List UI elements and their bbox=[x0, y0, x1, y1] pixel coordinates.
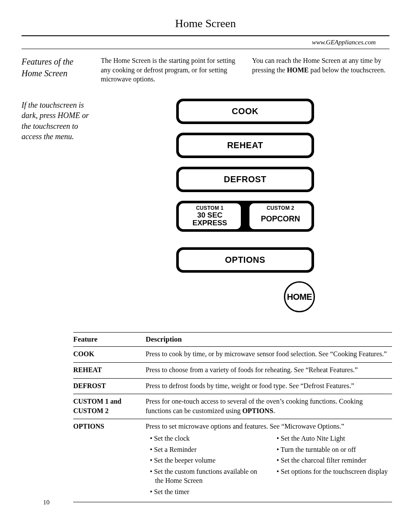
list-item: Set the beeper volume bbox=[146, 456, 262, 465]
list-item: Set the timer bbox=[146, 487, 262, 497]
list-item: Turn the turntable on or off bbox=[272, 445, 389, 454]
list-item: Set the custom functions available on th… bbox=[146, 467, 262, 485]
custom1-button[interactable]: CUSTOM 1 30 SEC EXPRESS bbox=[177, 202, 242, 231]
reheat-button[interactable]: REHEAT bbox=[176, 133, 314, 158]
touchscreen-illustration: COOK REHEAT DEFROST CUSTOM 1 30 SEC EXPR… bbox=[176, 99, 314, 313]
options-button[interactable]: OPTIONS bbox=[176, 247, 314, 273]
cook-button[interactable]: COOK bbox=[176, 99, 314, 124]
page-title: Home Screen bbox=[22, 17, 389, 33]
table-row: REHEAT Press to choose from a variety of… bbox=[73, 363, 392, 379]
brand-url: www.GEAppliances.com bbox=[22, 39, 376, 46]
list-item: Set the clock bbox=[146, 434, 262, 443]
list-item: Set the charcoal filter reminder bbox=[272, 456, 389, 465]
section-heading: Features of the Home Screen bbox=[22, 56, 90, 79]
list-item: Set options for the touchscreen display bbox=[272, 467, 389, 476]
features-table: Feature Description COOK Press to cook b… bbox=[73, 332, 392, 502]
list-item: Set the Auto Nite Light bbox=[272, 434, 389, 443]
defrost-button[interactable]: DEFROST bbox=[176, 167, 314, 192]
intro-left: The Home Screen is the starting point fo… bbox=[101, 56, 238, 84]
list-item: Set a Reminder bbox=[146, 445, 262, 454]
page-number: 10 bbox=[43, 499, 50, 506]
table-row: DEFROST Press to defrost foods by time, … bbox=[73, 378, 392, 394]
rule-top bbox=[22, 35, 389, 36]
rule-sub bbox=[22, 49, 389, 49]
sidebar-note: If the touchscreen is dark, press HOME o… bbox=[22, 100, 90, 142]
intro-right: You can reach the Home Screen at any tim… bbox=[252, 56, 389, 84]
home-button[interactable]: HOME bbox=[284, 281, 315, 312]
custom2-button[interactable]: CUSTOM 2 POPCORN bbox=[248, 202, 313, 231]
col-description: Description bbox=[146, 333, 392, 347]
table-row: OPTIONS Press to set microwave options a… bbox=[73, 419, 392, 502]
table-row: COOK Press to cook by time, or by microw… bbox=[73, 347, 392, 363]
options-list-right: Set the Auto Nite Light Turn the turntab… bbox=[272, 434, 389, 498]
col-feature: Feature bbox=[73, 333, 146, 347]
table-row: CUSTOM 1 and CUSTOM 2 Press for one-touc… bbox=[73, 394, 392, 419]
options-list-left: Set the clock Set a Reminder Set the bee… bbox=[146, 434, 262, 498]
